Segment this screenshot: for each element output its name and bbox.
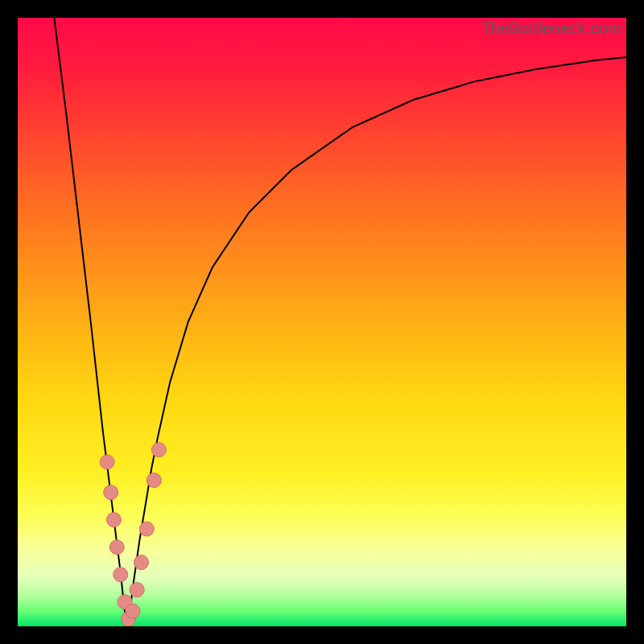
marker-dot [151,443,166,457]
marker-dot [114,568,128,582]
chart-frame: TheBottleneck.com [0,0,644,644]
marker-dot [106,513,121,527]
chart-plot-area: TheBottleneck.com [18,18,626,626]
marker-dot [100,455,114,469]
marker-dot [126,604,140,618]
chart-svg [18,18,626,626]
marker-dot [134,555,148,570]
marker-dot [130,583,144,597]
marker-dot [139,522,154,536]
marker-dot [109,540,124,555]
marker-group [100,443,166,626]
marker-dot [104,485,118,500]
marker-dot [147,473,161,488]
